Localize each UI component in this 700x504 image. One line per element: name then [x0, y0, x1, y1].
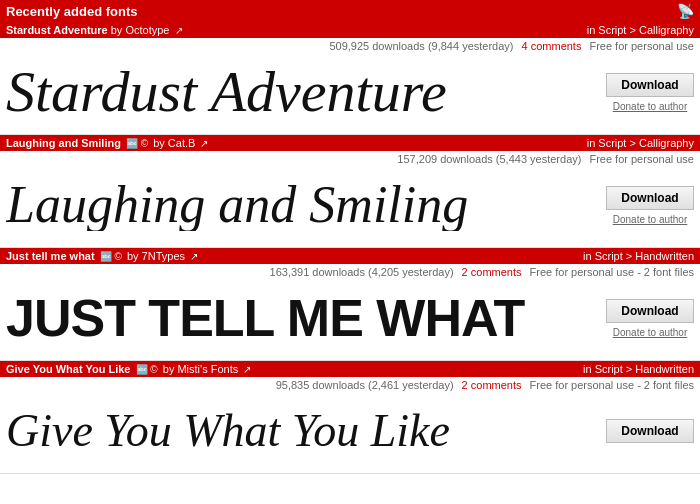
font-actions-justtell: Download Donate to author [606, 299, 694, 338]
font-card-header-laughing: Laughing and Smiling 🔤 © by Cat.B ↗ in S… [0, 135, 700, 151]
download-button-justtell[interactable]: Download [606, 299, 694, 323]
font-category-justtell: in Script > Handwritten [583, 250, 694, 262]
font-card-header-justtell: Just tell me what 🔤 © by 7NTypes ↗ in Sc… [0, 248, 700, 264]
font-card-meta-giveyou: 95,835 downloads (2,461 yesterday) 2 com… [0, 377, 700, 393]
font-icons: 🔤 © [136, 364, 158, 375]
font-category-laughing: in Script > Calligraphy [587, 137, 694, 149]
font-license-giveyou: Free for personal use - 2 font files [530, 379, 694, 391]
font-license-justtell: Free for personal use - 2 font files [530, 266, 694, 278]
font-card-meta-justtell: 163,391 downloads (4,205 yesterday) 2 co… [0, 264, 700, 280]
font-card-meta-laughing: 157,209 downloads (5,443 yesterday) Free… [0, 151, 700, 167]
font-card-giveyou: Give You What You Like 🔤 © by Misti's Fo… [0, 361, 700, 474]
font-card-body-justtell: JUST TELL ME WHAT Download Donate to aut… [0, 280, 700, 360]
font-author-label-justtell: by 7NTypes [127, 250, 185, 262]
download-button-laughing[interactable]: Download [606, 186, 694, 210]
font-author-label-stardust: by Octotype [111, 24, 170, 36]
external-icon-stardust: ↗ [175, 25, 183, 36]
comments-link-stardust[interactable]: 4 comments [522, 40, 582, 52]
font-preview-justtell: JUST TELL ME WHAT [6, 292, 606, 344]
font-actions-stardust: Download Donate to author [606, 73, 694, 112]
font-name-justtell: Just tell me what 🔤 © by 7NTypes ↗ [6, 250, 198, 262]
section-title: Recently added fonts [6, 4, 137, 19]
font-card-laughing: Laughing and Smiling 🔤 © by Cat.B ↗ in S… [0, 135, 700, 248]
font-downloads-justtell: 163,391 downloads (4,205 yesterday) [270, 266, 454, 278]
font-preview-laughing: Laughing and Smiling [6, 179, 606, 231]
font-card-stardust: Stardust Adventure by Octotype ↗ in Scri… [0, 22, 700, 135]
font-name-stardust: Stardust Adventure by Octotype ↗ [6, 24, 183, 36]
font-actions-giveyou: Download [606, 419, 694, 443]
section-header: Recently added fonts 📡 [0, 0, 700, 22]
rss-icon[interactable]: 📡 [677, 3, 694, 19]
font-card-header-giveyou: Give You What You Like 🔤 © by Misti's Fo… [0, 361, 700, 377]
external-icon-giveyou: ↗ [243, 364, 251, 375]
font-category-giveyou: in Script > Handwritten [583, 363, 694, 375]
font-license-stardust: Free for personal use [589, 40, 694, 52]
external-icon-laughing: ↗ [200, 138, 208, 149]
font-actions-laughing: Download Donate to author [606, 186, 694, 225]
font-preview-text-giveyou: Give You What You Like [6, 408, 450, 454]
download-button-stardust[interactable]: Download [606, 73, 694, 97]
font-preview-text-stardust: Stardust Adventure [6, 63, 447, 121]
font-preview-text-laughing: Laughing and Smiling [6, 179, 468, 231]
font-preview-giveyou: Give You What You Like [6, 408, 606, 454]
font-name-link-stardust[interactable]: Stardust Adventure [6, 24, 108, 36]
font-preview-text-justtell: JUST TELL ME WHAT [6, 292, 524, 344]
comments-link-justtell[interactable]: 2 comments [462, 266, 522, 278]
download-button-giveyou[interactable]: Download [606, 419, 694, 443]
font-license-laughing: Free for personal use [589, 153, 694, 165]
font-name-link-justtell[interactable]: Just tell me what [6, 250, 95, 262]
font-card-justtell: Just tell me what 🔤 © by 7NTypes ↗ in Sc… [0, 248, 700, 361]
font-icons: 🔤 © [126, 138, 148, 149]
external-icon-justtell: ↗ [190, 251, 198, 262]
font-author-label-laughing: by Cat.B [153, 137, 195, 149]
font-card-body-laughing: Laughing and Smiling Download Donate to … [0, 167, 700, 247]
font-name-link-laughing[interactable]: Laughing and Smiling [6, 137, 121, 149]
donate-button-stardust[interactable]: Donate to author [606, 101, 694, 112]
font-card-body-stardust: Stardust Adventure Download Donate to au… [0, 54, 700, 134]
comments-link-giveyou[interactable]: 2 comments [462, 379, 522, 391]
font-icons: 🔤 © [100, 251, 122, 262]
font-cards-container: Stardust Adventure by Octotype ↗ in Scri… [0, 22, 700, 474]
font-name-link-giveyou[interactable]: Give You What You Like [6, 363, 131, 375]
font-author-label-giveyou: by Misti's Fonts [163, 363, 238, 375]
donate-button-justtell[interactable]: Donate to author [606, 327, 694, 338]
font-downloads-stardust: 509,925 downloads (9,844 yesterday) [329, 40, 513, 52]
font-name-laughing: Laughing and Smiling 🔤 © by Cat.B ↗ [6, 137, 208, 149]
font-preview-stardust: Stardust Adventure [6, 63, 606, 121]
font-card-meta-stardust: 509,925 downloads (9,844 yesterday) 4 co… [0, 38, 700, 54]
donate-button-laughing[interactable]: Donate to author [606, 214, 694, 225]
font-downloads-laughing: 157,209 downloads (5,443 yesterday) [397, 153, 581, 165]
font-category-stardust: in Script > Calligraphy [587, 24, 694, 36]
font-name-giveyou: Give You What You Like 🔤 © by Misti's Fo… [6, 363, 251, 375]
font-card-body-giveyou: Give You What You Like Download [0, 393, 700, 473]
font-downloads-giveyou: 95,835 downloads (2,461 yesterday) [276, 379, 454, 391]
font-card-header-stardust: Stardust Adventure by Octotype ↗ in Scri… [0, 22, 700, 38]
